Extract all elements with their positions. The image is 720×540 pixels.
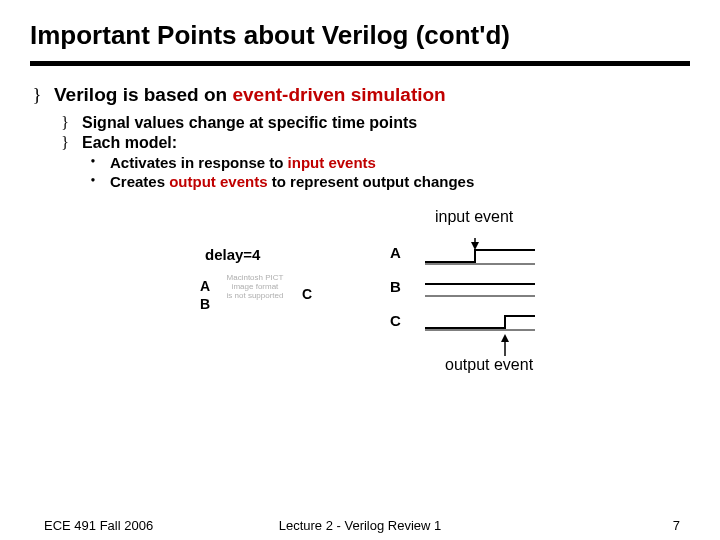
placeholder-line: Macintosh PICT <box>227 273 284 282</box>
text-emphasis: input events <box>288 154 376 171</box>
text-plain: to represent output changes <box>268 173 475 190</box>
arrow-head-icon <box>501 334 509 342</box>
waveform-svg <box>415 238 585 368</box>
wave-label-b: B <box>390 278 401 295</box>
bullet-glyph: • <box>86 173 100 189</box>
slide: Important Points about Verilog (cont'd) … <box>0 0 720 540</box>
gate-input-a: A <box>200 278 210 294</box>
bullet-l2: } Each model: <box>58 134 690 152</box>
bullet-l2: } Signal values change at specific time … <box>58 114 690 132</box>
placeholder-line: is not supported <box>227 291 284 300</box>
footer-center: Lecture 2 - Verilog Review 1 <box>0 518 720 533</box>
waveform-a <box>425 250 535 262</box>
text-plain: Verilog is based on <box>54 84 232 105</box>
bullet-glyph: • <box>86 154 100 170</box>
footer-page-number: 7 <box>673 518 680 533</box>
placeholder-line: image format <box>232 282 279 291</box>
bullet-l3: • Creates output events to represent out… <box>86 173 690 190</box>
missing-image-placeholder: Macintosh PICT image format is not suppo… <box>214 274 296 300</box>
bullet-l1: } Verilog is based on event-driven simul… <box>30 84 690 106</box>
waveform-c <box>425 316 535 328</box>
input-event-label: input event <box>435 208 513 226</box>
bullet-glyph: } <box>58 114 72 132</box>
text-emphasis: output events <box>169 173 267 190</box>
bullet-l3-text: Activates in response to input events <box>110 154 376 171</box>
bullet-l2-text: Signal values change at specific time po… <box>82 114 417 132</box>
bullet-l1-text: Verilog is based on event-driven simulat… <box>54 84 446 106</box>
gate-output-c: C <box>302 286 312 302</box>
wave-label-a: A <box>390 244 401 261</box>
text-plain: Activates in response to <box>110 154 288 171</box>
wave-label-c: C <box>390 312 401 329</box>
delay-label: delay=4 <box>205 246 260 263</box>
text-emphasis: event-driven simulation <box>232 84 445 105</box>
bullet-glyph: } <box>30 84 44 106</box>
bullet-l3-text: Creates output events to represent outpu… <box>110 173 474 190</box>
title-rule <box>30 61 690 66</box>
bullet-glyph: } <box>58 134 72 152</box>
text-plain: Creates <box>110 173 169 190</box>
gate-input-b: B <box>200 296 210 312</box>
bullet-l2-text: Each model: <box>82 134 177 152</box>
slide-title: Important Points about Verilog (cont'd) <box>30 20 690 51</box>
bullet-l3: • Activates in response to input events <box>86 154 690 171</box>
arrow-head-icon <box>471 242 479 250</box>
diagram: delay=4 A B C Macintosh PICT image forma… <box>180 208 610 378</box>
